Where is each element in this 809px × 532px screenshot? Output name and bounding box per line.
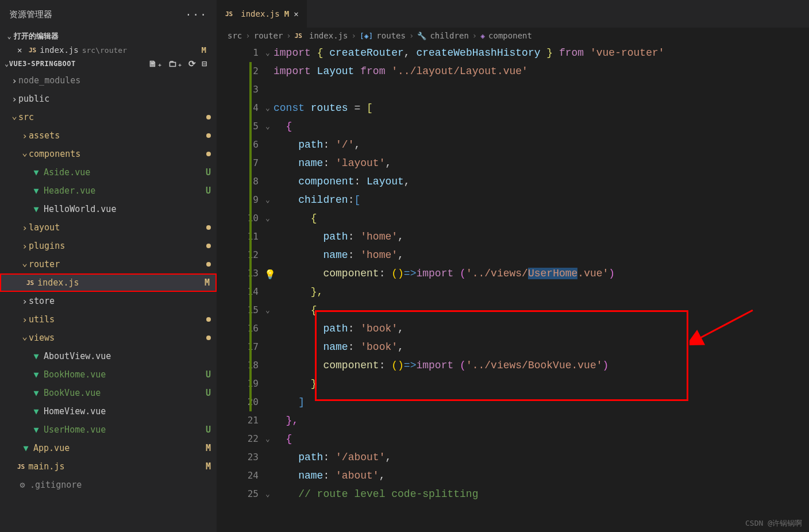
tree-folder-src[interactable]: src	[0, 108, 217, 126]
tree-file-aside[interactable]: ▼ Aside.vue U	[0, 163, 217, 182]
fold-column[interactable]: ⌄⌄⌄ ⌄⌄ ⌄ ⌄⌄	[262, 44, 273, 532]
project-header[interactable]: ⌄ VUE3-SPRINGBOOT 🗎₊ 🗀₊ ⟳ ⊟	[0, 56, 217, 71]
vue-file-icon: ▼	[31, 388, 41, 398]
collapse-icon[interactable]: ⊟	[202, 59, 207, 69]
chevron-right-icon	[21, 314, 29, 325]
file-label: Aside.vue	[44, 167, 206, 178]
tree-file-aboutview[interactable]: ▼ AboutView.vue	[0, 347, 217, 365]
more-icon[interactable]: ···	[185, 9, 207, 21]
folder-label: utils	[29, 314, 206, 325]
method-icon: ◈	[480, 32, 485, 40]
tree-file-bookhome[interactable]: ▼ BookHome.vue U	[0, 365, 217, 384]
modified-dot-icon	[206, 133, 211, 138]
folder-label: node_modules	[18, 75, 211, 86]
folder-label: assets	[29, 130, 206, 141]
tree-folder-utils[interactable]: utils	[0, 310, 217, 329]
vue-file-icon: ▼	[31, 167, 41, 178]
untracked-badge: U	[206, 186, 211, 196]
file-label: AboutView.vue	[44, 351, 211, 361]
tree-file-app-vue[interactable]: ▼ App.vue M	[0, 439, 217, 457]
chevron-down-icon	[21, 259, 29, 270]
file-label: index.js	[37, 277, 205, 288]
tree-folder-router[interactable]: router	[0, 255, 217, 273]
untracked-badge: U	[206, 388, 211, 398]
open-editors-label: 打开的编辑器	[14, 31, 59, 41]
breadcrumb-item[interactable]: index.js	[309, 31, 348, 40]
tree-folder-components[interactable]: components	[0, 145, 217, 163]
breadcrumb-item[interactable]: routes	[376, 31, 406, 40]
breadcrumb-item[interactable]: src	[228, 31, 242, 40]
vue-file-icon: ▼	[31, 204, 41, 214]
explorer-sidebar: 资源管理器 ··· ⌄ 打开的编辑器 ✕ JS index.js src\rou…	[0, 0, 217, 532]
untracked-badge: U	[206, 167, 211, 178]
modified-dot-icon	[206, 336, 211, 340]
tree-file-main-js[interactable]: JS main.js M	[0, 457, 217, 476]
folder-label: plugins	[29, 241, 206, 251]
untracked-badge: U	[206, 369, 211, 380]
file-label: Header.vue	[44, 186, 206, 196]
chevron-down-icon	[10, 112, 18, 123]
modified-badge: M	[206, 461, 211, 472]
modified-dot-icon	[206, 262, 211, 267]
tab-index-js[interactable]: JS index.js M ✕	[217, 0, 307, 28]
chevron-down-icon: ⌄	[5, 60, 9, 68]
js-file-icon: JS	[29, 47, 36, 54]
open-editors-section[interactable]: ⌄ 打开的编辑器	[0, 29, 217, 44]
new-file-icon[interactable]: 🗎₊	[148, 59, 163, 69]
modified-badge: M	[284, 9, 289, 18]
tree-folder-plugins[interactable]: plugins	[0, 237, 217, 255]
line-numbers: 12345 678910 1112131415 1617181920 21222…	[217, 44, 262, 532]
tree-file-header[interactable]: ▼ Header.vue U	[0, 182, 217, 200]
tree-folder-store[interactable]: store	[0, 292, 217, 310]
breadcrumb-item[interactable]: children	[430, 31, 468, 40]
refresh-icon[interactable]: ⟳	[188, 59, 197, 69]
modified-dot-icon	[206, 152, 211, 156]
tree-folder-public[interactable]: public	[0, 90, 217, 108]
js-file-icon: JS	[225, 10, 233, 18]
close-icon[interactable]: ✕	[17, 45, 29, 55]
modified-dot-icon	[206, 115, 211, 119]
chevron-down-icon	[21, 333, 29, 344]
new-folder-icon[interactable]: 🗀₊	[168, 59, 183, 69]
modified-badge: M	[206, 443, 211, 453]
modified-dot-icon	[206, 244, 211, 248]
chevron-right-icon	[21, 296, 29, 307]
file-label: HelloWorld.vue	[44, 204, 211, 214]
breadcrumb[interactable]: src › router › JS index.js › [◈] routes …	[217, 28, 809, 44]
breadcrumb-item[interactable]: router	[254, 31, 283, 40]
tree-file-gitignore[interactable]: ⚙ .gitignore	[0, 476, 217, 494]
chevron-right-icon: ›	[472, 31, 477, 40]
breadcrumb-item[interactable]: component	[488, 31, 532, 40]
tree-folder-node-modules[interactable]: node_modules	[0, 71, 217, 90]
tab-filename: index.js	[241, 9, 279, 18]
tree-folder-views[interactable]: views	[0, 329, 217, 347]
tree-folder-assets[interactable]: assets	[0, 126, 217, 145]
tab-bar: JS index.js M ✕	[217, 0, 809, 28]
tree-file-userhome[interactable]: ▼ UserHome.vue U	[0, 421, 217, 439]
editor-area: JS index.js M ✕ src › router › JS index.…	[217, 0, 809, 532]
tree-file-helloworld[interactable]: ▼ HelloWorld.vue	[0, 200, 217, 218]
modified-dot-icon	[206, 225, 211, 230]
chevron-right-icon	[21, 130, 29, 141]
tree-file-index-js[interactable]: JS index.js M	[0, 273, 217, 292]
file-label: main.js	[28, 461, 206, 472]
folder-label: public	[18, 94, 211, 104]
file-label: App.vue	[33, 443, 206, 453]
file-label: .gitignore	[30, 480, 211, 490]
explorer-header: 资源管理器 ···	[0, 0, 217, 29]
code-editor[interactable]: 12345 678910 1112131415 1617181920 21222…	[217, 44, 809, 532]
open-editor-item[interactable]: ✕ JS index.js src\router M	[0, 44, 217, 56]
chevron-right-icon	[21, 241, 29, 252]
vue-file-icon: ▼	[31, 351, 41, 361]
code-content[interactable]: import { createRouter, createWebHashHist…	[273, 44, 809, 532]
tree-file-bookvue[interactable]: ▼ BookVue.vue U	[0, 384, 217, 402]
vue-file-icon: ▼	[31, 425, 41, 435]
file-name: index.js	[40, 45, 78, 55]
tree-file-homeview[interactable]: ▼ HomeView.vue	[0, 402, 217, 421]
tree-folder-layout[interactable]: layout	[0, 218, 217, 237]
project-name: VUE3-SPRINGBOOT	[9, 60, 76, 68]
watermark: CSDN @许锅锅啊	[745, 518, 802, 529]
file-label: HomeView.vue	[44, 406, 211, 417]
close-icon[interactable]: ✕	[294, 9, 298, 18]
folder-label: store	[29, 296, 211, 306]
